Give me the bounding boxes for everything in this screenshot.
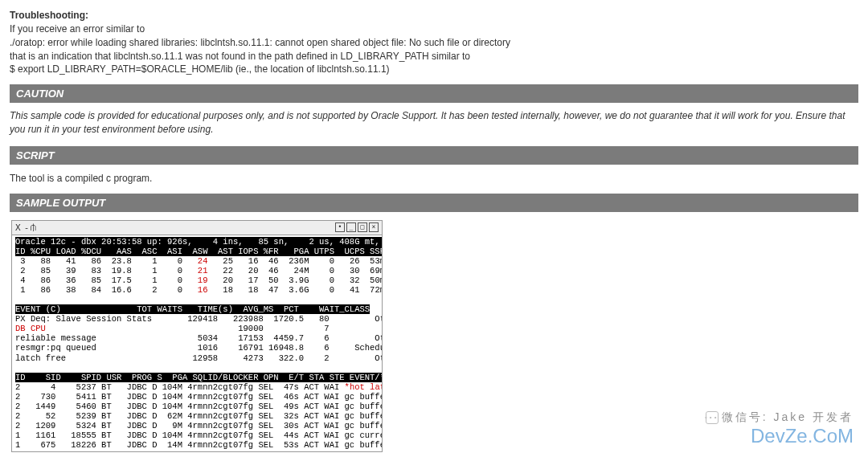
- troubleshooting-text: If you receive an error similar to ./ora…: [10, 22, 858, 76]
- terminal-titlebar: X -⫛ • _ □ ×: [12, 221, 382, 235]
- terminal-window: X -⫛ • _ □ × Oracle 12c - dbx 20:53:58 u…: [11, 220, 383, 452]
- troubleshooting-title: Troubleshooting:: [10, 10, 858, 21]
- ts-line1: If you receive an error similar to: [10, 22, 858, 36]
- minimize-button[interactable]: _: [346, 222, 356, 232]
- caution-text: This sample code is provided for educati…: [10, 109, 858, 137]
- x-icon: X: [15, 222, 21, 233]
- watermark: 微信号: Jake 开发者 DevZe.CoM: [706, 410, 854, 447]
- script-text: The tool is a compiled c program.: [10, 173, 858, 184]
- ts-line4: $ export LD_LIBRARY_PATH=$ORACLE_HOME/li…: [10, 63, 858, 76]
- maximize-button[interactable]: □: [358, 222, 367, 232]
- sample-header: SAMPLE OUTPUT: [10, 194, 858, 212]
- watermark-logo: DevZe.CoM: [706, 425, 854, 447]
- ts-line3: that is an indication that libclntsh.so.…: [10, 50, 858, 63]
- dot-button[interactable]: •: [335, 222, 345, 232]
- troubleshooting-block: Troubleshooting: If you receive an error…: [10, 10, 858, 76]
- close-button[interactable]: ×: [369, 222, 379, 232]
- watermark-cn: 微信号: Jake 开发者: [706, 410, 854, 425]
- pin-icon: -⫛: [24, 222, 39, 233]
- ts-line2: ./oratop: error while loading shared lib…: [10, 36, 858, 50]
- terminal-content: Oracle 12c - dbx 20:53:58 up: 926s, 4 in…: [12, 235, 382, 451]
- caution-header: CAUTION: [10, 84, 858, 103]
- wechat-icon: [706, 411, 719, 424]
- script-header: SCRIPT: [10, 146, 858, 165]
